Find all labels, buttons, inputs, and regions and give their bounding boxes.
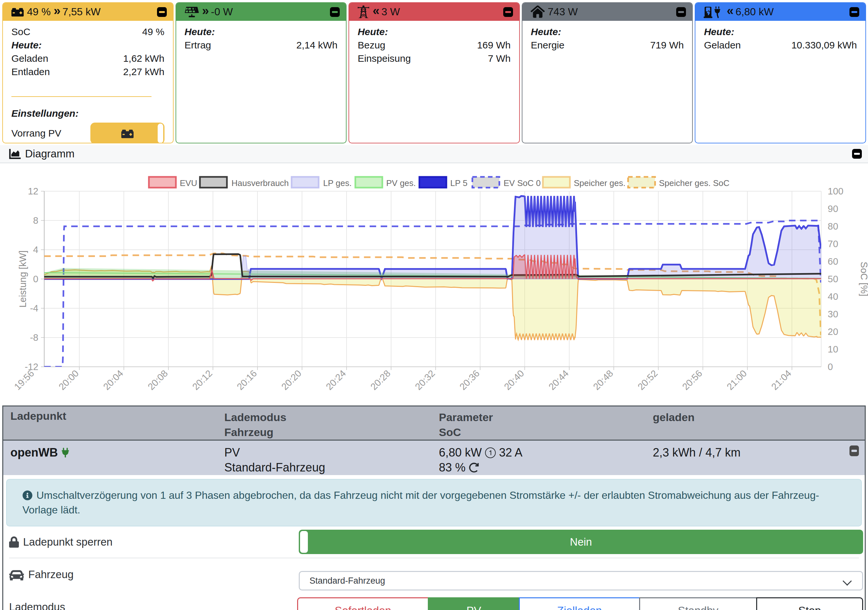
svg-text:SoC [%]: SoC [%] <box>859 262 868 296</box>
svg-text:90: 90 <box>828 203 838 214</box>
svg-text:0: 0 <box>828 362 833 372</box>
svg-text:4: 4 <box>33 245 38 255</box>
svg-text:20:16: 20:16 <box>235 368 259 392</box>
svg-text:20:52: 20:52 <box>636 368 660 392</box>
svg-text:EVU: EVU <box>180 178 197 188</box>
svg-text:Hausverbrauch: Hausverbrauch <box>231 178 289 188</box>
svg-text:20:00: 20:00 <box>57 368 81 392</box>
svg-text:10: 10 <box>828 344 838 354</box>
svg-text:20:56: 20:56 <box>680 368 704 392</box>
svg-text:21:00: 21:00 <box>725 368 749 392</box>
svg-text:0: 0 <box>33 274 38 284</box>
svg-text:LP ges.: LP ges. <box>323 178 352 188</box>
svg-text:20:24: 20:24 <box>324 368 348 392</box>
svg-text:PV ges.: PV ges. <box>386 178 416 188</box>
svg-text:12: 12 <box>28 186 38 196</box>
svg-text:40: 40 <box>828 291 838 302</box>
svg-text:20:44: 20:44 <box>547 368 570 392</box>
svg-text:20:12: 20:12 <box>190 368 214 392</box>
svg-text:Leistung [kW]: Leistung [kW] <box>17 250 28 307</box>
svg-text:Speicher ges. SoC: Speicher ges. SoC <box>659 178 730 188</box>
svg-text:20:40: 20:40 <box>502 368 526 392</box>
svg-text:-8: -8 <box>30 332 38 343</box>
svg-text:20:36: 20:36 <box>457 368 482 392</box>
svg-text:20:28: 20:28 <box>368 368 392 392</box>
svg-text:80: 80 <box>828 221 838 231</box>
svg-text:-4: -4 <box>30 303 38 314</box>
svg-text:50: 50 <box>828 274 838 284</box>
svg-text:LP 5: LP 5 <box>450 178 468 188</box>
svg-text:20: 20 <box>828 326 838 337</box>
svg-text:8: 8 <box>33 215 38 226</box>
svg-text:21:04: 21:04 <box>769 368 793 392</box>
svg-text:Speicher ges.: Speicher ges. <box>574 178 625 188</box>
svg-text:20:32: 20:32 <box>413 368 437 392</box>
svg-text:20:08: 20:08 <box>146 368 170 392</box>
svg-text:60: 60 <box>828 256 838 267</box>
svg-text:20:20: 20:20 <box>279 368 303 392</box>
svg-text:EV SoC 0: EV SoC 0 <box>504 178 541 188</box>
svg-text:100: 100 <box>828 186 843 196</box>
svg-text:20:48: 20:48 <box>591 368 615 392</box>
svg-text:70: 70 <box>828 239 838 249</box>
svg-text:30: 30 <box>828 309 838 319</box>
svg-text:20:04: 20:04 <box>101 368 125 392</box>
